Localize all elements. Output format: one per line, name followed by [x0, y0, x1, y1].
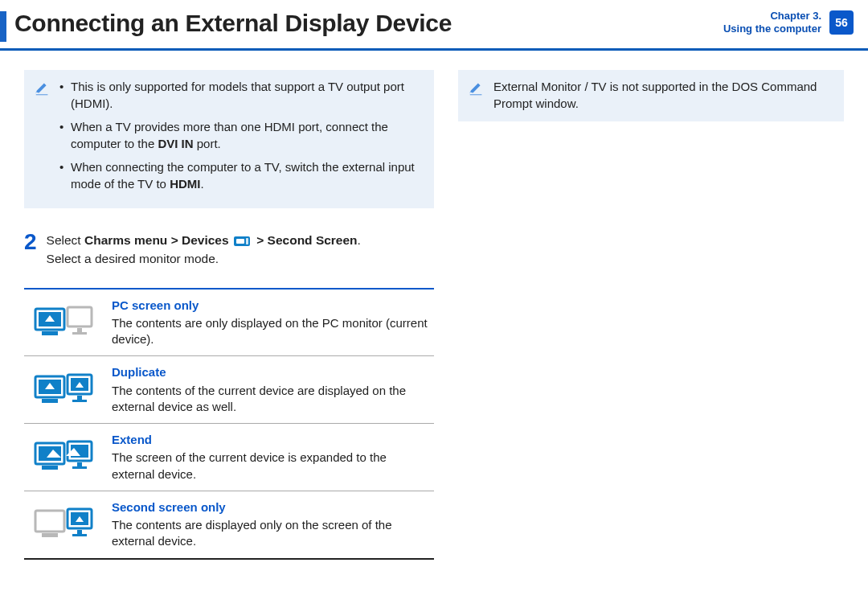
mode-desc: The screen of the current device is expa…: [112, 450, 429, 483]
svg-rect-5: [42, 331, 58, 335]
chapter-block: Chapter 3. Using the computer 56: [723, 10, 854, 36]
note-content: External Monitor / TV is not supported i…: [493, 78, 834, 112]
modes-table: PC screen only The contents are only dis…: [24, 288, 434, 560]
mode-desc: The contents are only displayed on the P…: [112, 315, 429, 348]
page-title: Connecting an External Display Device: [14, 10, 452, 37]
svg-rect-22: [72, 466, 87, 469]
accent-tab: [0, 11, 6, 42]
svg-rect-2: [246, 238, 248, 244]
pc-screen-only-icon: [29, 302, 97, 343]
devices-icon: [234, 235, 252, 248]
note-content: This is only supported for models that s…: [59, 78, 424, 199]
svg-rect-18: [42, 466, 58, 470]
svg-rect-27: [77, 530, 82, 534]
mode-title: Extend: [112, 432, 429, 448]
svg-rect-6: [68, 307, 92, 326]
chapter-line-2: Using the computer: [723, 23, 821, 35]
svg-rect-14: [77, 396, 82, 400]
mode-row-pc-only: PC screen only The contents are only dis…: [24, 290, 434, 357]
svg-rect-11: [42, 399, 58, 403]
pencil-note-icon: [468, 80, 485, 101]
left-column: This is only supported for models that s…: [24, 70, 434, 560]
svg-rect-15: [72, 400, 87, 402]
step-body: Select Charms menu > Devices > Second Sc…: [47, 231, 361, 269]
svg-rect-23: [35, 511, 64, 532]
mode-title: PC screen only: [112, 298, 429, 314]
duplicate-icon: [29, 370, 97, 410]
step-number: 2: [24, 231, 37, 269]
chapter-label: Chapter 3. Using the computer: [723, 10, 821, 36]
step-2: 2 Select Charms menu > Devices > Second …: [24, 231, 434, 269]
svg-rect-1: [236, 239, 244, 244]
mode-row-duplicate: Duplicate The contents of the current de…: [24, 356, 434, 424]
info-note-right: External Monitor / TV is not supported i…: [458, 70, 844, 121]
note-bullet: This is only supported for models that s…: [59, 78, 424, 112]
svg-rect-24: [42, 533, 58, 537]
svg-rect-8: [72, 332, 87, 335]
mode-title: Duplicate: [112, 364, 429, 380]
chapter-line-1: Chapter 3.: [723, 10, 821, 23]
page-header: Connecting an External Display Device Ch…: [0, 0, 868, 51]
svg-rect-28: [72, 534, 87, 536]
extend-icon: [29, 437, 97, 477]
svg-rect-21: [77, 462, 82, 466]
mode-title: Second screen only: [112, 499, 429, 515]
info-note-left: This is only supported for models that s…: [24, 70, 434, 208]
note-bullet: When a TV provides more than one HDMI po…: [59, 118, 424, 152]
right-column: External Monitor / TV is not supported i…: [458, 70, 844, 560]
svg-rect-7: [77, 328, 82, 332]
mode-desc: The contents of the current device are d…: [112, 383, 429, 416]
mode-row-extend: Extend The screen of the current device …: [24, 424, 434, 491]
mode-row-second-only: Second screen only The contents are disp…: [24, 491, 434, 558]
pencil-note-icon: [34, 80, 51, 101]
second-screen-only-icon: [29, 504, 97, 544]
note-bullet: When connecting the computer to a TV, sw…: [59, 158, 424, 192]
page-number-badge: 56: [829, 10, 854, 35]
mode-desc: The contents are displayed only on the s…: [112, 517, 429, 550]
